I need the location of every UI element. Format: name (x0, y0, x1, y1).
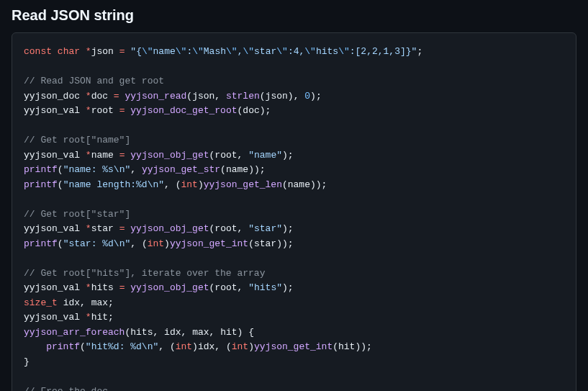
op-assign: = (119, 223, 125, 234)
esc: \" (338, 46, 350, 57)
semi: ; (417, 46, 422, 57)
rparen: ) (361, 341, 366, 352)
semi: ; (266, 105, 271, 116)
id-doc: doc (243, 105, 259, 116)
id-max: max (192, 327, 209, 338)
semi: ; (366, 341, 372, 352)
lparen: ( (260, 91, 266, 102)
type-val: yyjson_val (24, 150, 80, 161)
esc: \" (226, 46, 238, 57)
kw-const: const (24, 46, 52, 57)
id-doc: doc (91, 91, 108, 102)
rparen: ) (282, 223, 288, 234)
fmt-hit: "hit%d: %d\n" (86, 341, 158, 352)
lparen: ( (333, 341, 338, 352)
comment-get-name: // Get root["name"] (24, 135, 130, 145)
fn-getlen: yyjson_get_len (204, 179, 282, 190)
str-star: "star" (248, 223, 282, 234)
type-sizet: size_t (24, 297, 58, 308)
lparen: ( (176, 179, 181, 190)
op-assign: = (119, 282, 125, 293)
rparen: ) (260, 105, 266, 116)
lbrace: { (248, 327, 254, 338)
rparen: ) (198, 179, 204, 190)
lit: 4 (294, 46, 299, 57)
lparen: ( (186, 91, 192, 102)
lit: Mash (204, 46, 226, 57)
rparen: ) (192, 341, 198, 352)
id-name: name (226, 164, 248, 175)
semi: ; (108, 312, 114, 323)
comment-read-root: // Read JSON and get root (24, 76, 164, 86)
fn-getint: yyjson_get_int (254, 341, 333, 352)
fmt-star: "star: %d\n" (63, 238, 131, 249)
comma: , (238, 282, 243, 293)
id-name: name (91, 150, 114, 161)
rparen: ) (310, 179, 316, 190)
lparen: ( (248, 238, 254, 249)
fn-getstr: yyjson_get_str (142, 164, 220, 175)
type-doc: yyjson_doc (24, 91, 80, 102)
id-hits: hits (91, 282, 114, 293)
lit: hits (316, 46, 338, 57)
comma: , (181, 327, 187, 338)
lparen: ( (220, 164, 226, 175)
id-json: json (91, 46, 114, 57)
fmt-name: "name: %s\n" (63, 164, 131, 175)
rparen: ) (238, 327, 243, 338)
rparen: ) (164, 238, 170, 249)
op-assign: = (119, 105, 125, 116)
id-root: root (214, 282, 237, 293)
op-star: * (86, 223, 91, 234)
lparen: ( (282, 179, 288, 190)
lit: : (288, 46, 294, 57)
id-star: star (254, 238, 276, 249)
comment-free: // Free the doc (24, 386, 108, 392)
fn-objget: yyjson_obj_get (130, 223, 209, 234)
comment-get-hits: // Get root["hits"], iterate over the ar… (24, 268, 265, 279)
lit: name (153, 46, 176, 57)
op-assign: = (119, 46, 125, 57)
op-star: * (86, 105, 91, 116)
rparen: ) (248, 341, 254, 352)
comma: , (214, 341, 220, 352)
rparen: ) (288, 91, 294, 102)
lparen: ( (58, 238, 63, 249)
lparen: ( (58, 179, 63, 190)
lparen: ( (226, 341, 232, 352)
id-idx: idx (198, 341, 214, 352)
esc: \" (276, 46, 288, 57)
fn-printf: printf (24, 179, 58, 190)
esc: \" (304, 46, 316, 57)
type-val: yyjson_val (24, 282, 80, 293)
lparen: ( (142, 238, 148, 249)
semi: ; (322, 179, 327, 190)
str-name: "name" (248, 150, 282, 161)
fmt-namelen: "name length:%d\n" (63, 179, 164, 190)
fn-foreach: yyjson_arr_foreach (24, 327, 125, 338)
rparen: ) (282, 238, 288, 249)
fn-getroot: yyjson_doc_get_root (130, 105, 237, 116)
esc: \" (176, 46, 187, 57)
id-hit: hit (338, 341, 355, 352)
fn-objget: yyjson_obj_get (130, 282, 209, 293)
rparen: ) (276, 238, 282, 249)
comma: , (294, 91, 299, 102)
json-literal: "{\"name\":\"Mash\",\"star\":4,\"hits\":… (130, 46, 417, 57)
op-star: * (86, 46, 91, 57)
kw-int: int (176, 341, 192, 352)
semi: ; (288, 282, 294, 293)
fn-read: yyjson_read (125, 91, 186, 102)
id-hits: hits (130, 327, 153, 338)
comma: , (238, 223, 243, 234)
semi: ; (288, 150, 294, 161)
semi: ; (288, 223, 294, 234)
esc: \" (243, 46, 254, 57)
type-val: yyjson_val (24, 105, 80, 116)
semi: ; (108, 297, 114, 308)
rparen: ) (254, 164, 260, 175)
semi: ; (316, 91, 322, 102)
id-idx: idx (63, 297, 80, 308)
id-json: json (192, 91, 214, 102)
comma: , (130, 164, 136, 175)
